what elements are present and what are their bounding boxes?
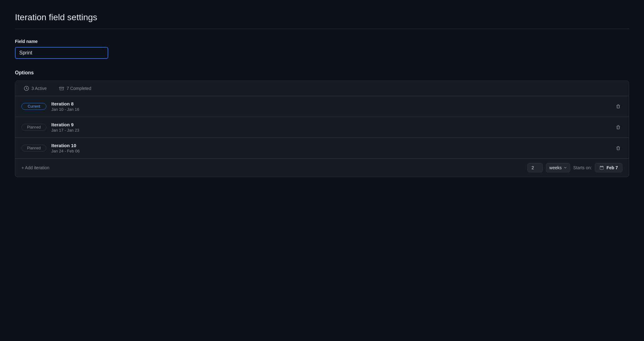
starts-on-button[interactable]: Feb 7 (595, 163, 623, 172)
clock-icon (24, 86, 29, 91)
iteration-name: Iteration 8 (51, 101, 609, 106)
iteration-info: Iteration 9 Jan 17 - Jan 23 (51, 122, 609, 133)
svg-rect-1 (59, 87, 64, 88)
tab-active[interactable]: 3 Active (21, 85, 49, 92)
status-badge-current: Current (21, 103, 46, 110)
field-name-input[interactable] (15, 47, 108, 59)
title-divider (15, 29, 629, 29)
duration-input[interactable] (527, 163, 543, 172)
archive-icon (59, 86, 64, 91)
add-iteration-button[interactable]: + Add iteration (21, 164, 49, 171)
tab-completed[interactable]: 7 Completed (57, 85, 94, 92)
delete-iteration-9-button[interactable] (614, 123, 623, 132)
iteration-dates: Jan 17 - Jan 23 (51, 128, 609, 133)
status-badge-planned: Planned (21, 124, 46, 131)
iteration-row: Planned Iteration 9 Jan 17 - Jan 23 (15, 117, 629, 138)
iteration-dates: Jan 24 - Feb 06 (51, 149, 609, 153)
iteration-name: Iteration 9 (51, 122, 609, 127)
add-iteration-row: + Add iteration weeks Starts on: Feb 7 (15, 158, 629, 177)
options-section: Options 3 Active (15, 70, 629, 177)
status-badge-planned: Planned (21, 145, 46, 152)
iteration-info: Iteration 10 Jan 24 - Feb 06 (51, 143, 609, 153)
starts-on-label: Starts on: (573, 165, 592, 170)
field-name-label: Field name (15, 39, 629, 44)
weeks-select[interactable]: weeks (546, 163, 570, 172)
duration-controls: weeks Starts on: Feb 7 (527, 163, 623, 172)
add-iteration-label: + Add iteration (21, 165, 49, 170)
starts-on-date: Feb 7 (606, 165, 618, 170)
iteration-row: Current Iteration 8 Jan 10 - Jan 16 (15, 96, 629, 117)
options-label: Options (15, 70, 629, 76)
field-name-section: Field name (15, 39, 629, 59)
iteration-list: Current Iteration 8 Jan 10 - Jan 16 Plan… (15, 96, 629, 158)
weeks-label: weeks (549, 165, 562, 170)
iteration-name: Iteration 10 (51, 143, 609, 148)
iteration-info: Iteration 8 Jan 10 - Jan 16 (51, 101, 609, 112)
page-title: Iteration field settings (15, 12, 629, 22)
iteration-row: Planned Iteration 10 Jan 24 - Feb 06 (15, 138, 629, 158)
tab-completed-label: 7 Completed (67, 86, 91, 91)
delete-iteration-8-button[interactable] (614, 102, 623, 111)
delete-iteration-10-button[interactable] (614, 144, 623, 152)
tabs-row: 3 Active 7 Completed (15, 81, 629, 96)
options-container: 3 Active 7 Completed Current (15, 81, 629, 177)
iteration-dates: Jan 10 - Jan 16 (51, 107, 609, 112)
tab-active-label: 3 Active (31, 86, 47, 91)
